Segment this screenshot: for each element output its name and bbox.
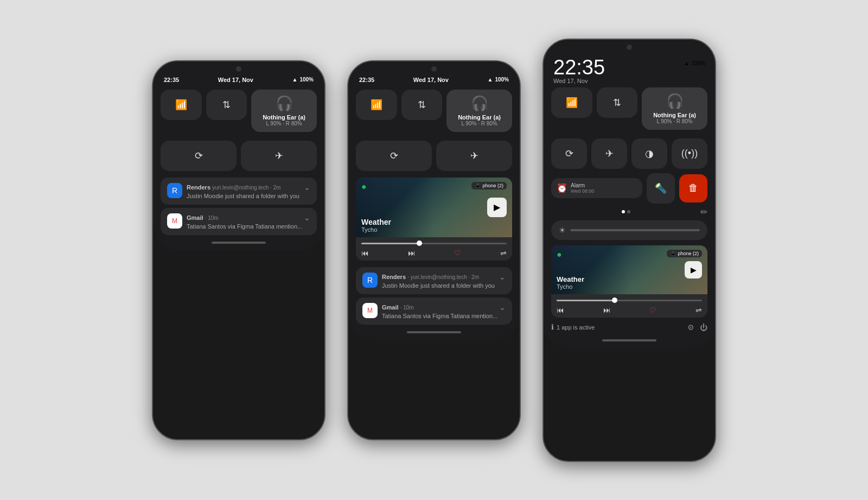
progress-fill-2 — [361, 243, 419, 244]
large-time-3: 22:35 — [553, 57, 605, 78]
forward-button-3[interactable]: ⏭ — [603, 306, 611, 314]
flashlight-tile[interactable]: 🔦 — [647, 173, 675, 204]
edit-button[interactable]: ✏ — [700, 207, 707, 217]
renders-icon-2: R — [362, 273, 378, 288]
brightness-slider[interactable]: ☀ — [551, 220, 707, 240]
hotspot-tile[interactable]: ((•)) — [672, 138, 707, 169]
camera-bar — [153, 61, 324, 77]
forward-button-2[interactable]: ⏭ — [408, 249, 416, 257]
dot-2 — [627, 210, 630, 213]
notifications-1: R Renders yuri.levin@nothing.tech · 2m ⌄… — [153, 175, 324, 237]
gmail-icon: M — [167, 213, 182, 229]
wifi-tile-2[interactable]: 📶 — [356, 90, 397, 120]
data-tile-2[interactable]: ⇅ — [401, 90, 443, 120]
earbuds-tile-3[interactable]: 🎧 Nothing Ear (a) L 90% · R 80% — [642, 87, 707, 130]
notifications-2: R Renders · yuri.levin@nothing.tech · 2m… — [348, 265, 520, 327]
rewind-button-2[interactable]: ⏮ — [361, 249, 369, 257]
renders-title: Renders yuri.levin@nothing.tech · 2m — [187, 184, 280, 191]
phone-icon: 📱 — [475, 183, 481, 188]
media-artist-2: Tycho — [361, 226, 391, 233]
notif-renders-2[interactable]: R Renders · yuri.levin@nothing.tech · 2m… — [356, 267, 512, 294]
expand-icon-2b[interactable]: ⌄ — [499, 303, 506, 312]
gmail-content-2: Gmail · 10m ⌄ Tatiana Santos via Figma T… — [382, 303, 506, 319]
date-1: Wed 17, Nov — [218, 77, 253, 83]
rotate-tile-3[interactable]: ⟳ — [551, 138, 587, 169]
data-icon: ⇅ — [222, 99, 231, 111]
play-button-2[interactable]: ▶ — [487, 198, 507, 217]
wifi-icon: 📶 — [175, 99, 187, 111]
home-indicator-3 — [602, 339, 656, 341]
camera-dot — [236, 66, 241, 72]
red-tile[interactable]: 🗑 — [679, 174, 707, 202]
earbuds-level: L 90% · R 80% — [266, 121, 302, 126]
heart-button-3[interactable]: ♡ — [649, 306, 656, 314]
airplane-tile-3[interactable]: ✈ — [591, 138, 627, 169]
earbuds-tile[interactable]: 🎧 Nothing Ear (a) L 90% · R 80% — [251, 90, 317, 132]
date-2: Wed 17, Nov — [413, 77, 449, 83]
rewind-button-3[interactable]: ⏮ — [557, 306, 564, 314]
airplane-icon-3: ✈ — [605, 148, 614, 160]
dot-1 — [622, 210, 625, 213]
progress-fill-3 — [557, 300, 615, 301]
notif-gmail-2[interactable]: M Gmail · 10m ⌄ Tatiana Santos via Figma… — [356, 298, 512, 325]
phone-2: 22:35 Wed 17, Nov ▲ 100% 📶 ⇅ 🎧 Nothing E… — [347, 60, 521, 440]
camera-dot-2 — [431, 66, 437, 72]
signal-icon: ▲ — [292, 77, 298, 83]
expand-icon-2[interactable]: ⌄ — [304, 213, 310, 222]
phone-3: 22:35 Wed 17, Nov ▲ 100% 📶 ⇅ 🎧 Nothing E… — [542, 39, 716, 462]
gmail-title-2: Gmail · 10m — [382, 304, 414, 311]
home-indicator-2 — [407, 331, 461, 333]
status-actions: ⚙ ⏻ — [687, 323, 707, 332]
power-icon[interactable]: ⏻ — [700, 323, 707, 332]
wifi-tile-3[interactable]: 📶 — [551, 87, 592, 118]
renders-title-2: Renders · yuri.levin@nothing.tech · 2m — [382, 274, 479, 280]
rotate-icon-2: ⟳ — [390, 150, 398, 162]
status-icons-3: ▲ 100% — [684, 57, 705, 66]
info-icon-3: ℹ — [551, 323, 554, 331]
shuffle-button-3[interactable]: ⇌ — [695, 306, 702, 314]
time-2: 22:35 — [359, 77, 374, 83]
progress-bar-3[interactable] — [557, 300, 702, 301]
shuffle-button-2[interactable]: ⇌ — [500, 249, 507, 257]
earbuds-icon: 🎧 — [276, 95, 293, 112]
data-tile-3[interactable]: ⇅ — [597, 87, 638, 118]
media-buttons-3: ⏮ ⏭ ♡ ⇌ — [557, 306, 702, 314]
status-row-3: ℹ 1 app is active ⚙ ⏻ — [544, 320, 715, 335]
media-player-2: ● 📱 phone (2) Weather Tycho ▶ — [356, 178, 512, 261]
rotate-tile-2[interactable]: ⟳ — [356, 141, 432, 171]
rotate-tile[interactable]: ⟳ — [161, 141, 237, 171]
status-icons-2: ▲ 100% — [488, 77, 509, 83]
settings-icon[interactable]: ⚙ — [687, 323, 694, 332]
data-tile[interactable]: ⇅ — [206, 90, 247, 120]
wifi-icon-2: 📶 — [371, 99, 382, 111]
gmail-body-2: Tatiana Santos via Figma Tatiana mention… — [382, 313, 506, 319]
expand-icon-1[interactable]: ⌄ — [304, 183, 310, 192]
expand-icon-2a[interactable]: ⌄ — [499, 273, 506, 281]
wifi-icon-3: 📶 — [566, 97, 578, 109]
time-block-3: 22:35 Wed 17, Nov — [553, 57, 605, 84]
contrast-tile[interactable]: ◑ — [631, 138, 667, 169]
home-bar-2 — [348, 327, 520, 340]
heart-button-2[interactable]: ♡ — [454, 249, 461, 257]
airplane-tile[interactable]: ✈ — [241, 141, 317, 171]
progress-bar-2[interactable] — [361, 243, 507, 244]
renders-icon: R — [167, 183, 182, 198]
media-bg-3: ● 📱 phone (2) Weather Tycho ▶ — [551, 245, 707, 294]
renders-body-2: Justin Moodie just shared a folder with … — [382, 282, 506, 289]
status-bar-1: 22:35 Wed 17, Nov ▲ 100% — [153, 77, 324, 86]
data-icon-3: ⇅ — [613, 97, 621, 109]
red-icon: 🗑 — [688, 182, 698, 194]
alarm-tile[interactable]: ⏰ Alarm Wed 08:00 — [551, 178, 642, 198]
signal-icon-3: ▲ — [684, 60, 690, 66]
earbuds-tile-2[interactable]: 🎧 Nothing Ear (a) L 90% · R 80% — [446, 90, 512, 132]
active-apps-label: 1 app is active — [557, 324, 595, 331]
airplane-tile-2[interactable]: ✈ — [436, 141, 512, 171]
notif-gmail[interactable]: M Gmail · 10m ⌄ Tatiana Santos via Figma… — [161, 208, 317, 235]
time-1: 22:35 — [164, 77, 179, 83]
gmail-title: Gmail · 10m — [187, 214, 219, 221]
notif-renders[interactable]: R Renders yuri.levin@nothing.tech · 2m ⌄… — [161, 178, 317, 205]
wifi-tile[interactable]: 📶 — [161, 90, 202, 120]
alarm-icon: ⏰ — [557, 183, 567, 193]
play-button-3[interactable]: ▶ — [685, 261, 702, 279]
data-icon-2: ⇅ — [418, 99, 426, 111]
